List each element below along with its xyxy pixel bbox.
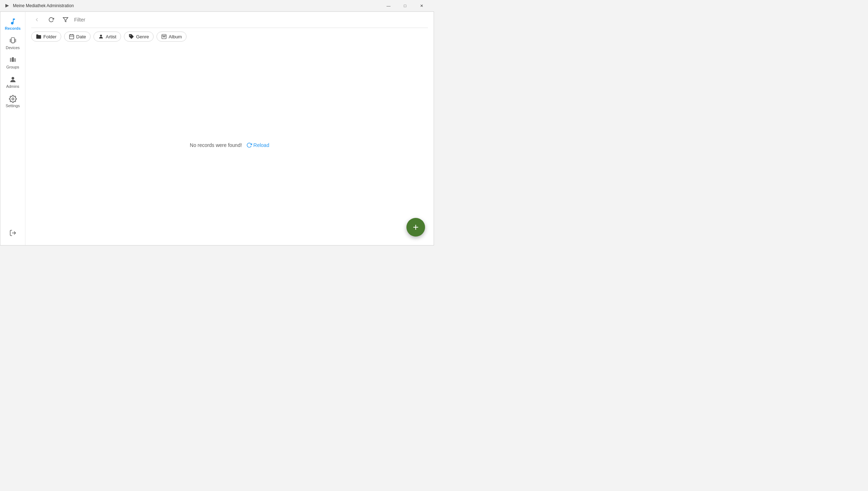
artist-icon (98, 34, 104, 39)
calendar-icon (69, 34, 74, 39)
sidebar-label-groups: Groups (6, 65, 19, 69)
chip-date[interactable]: Date (64, 32, 91, 42)
sidebar-label-settings: Settings (6, 104, 20, 108)
svg-rect-1 (11, 38, 14, 43)
reload-label: Reload (254, 142, 269, 148)
svg-rect-3 (9, 39, 11, 42)
person-icon (9, 76, 17, 84)
empty-state: No records were found! Reload (190, 142, 269, 148)
main-content: Folder Date (25, 12, 434, 245)
sidebar-item-records[interactable]: Records (1, 15, 24, 33)
chip-genre[interactable]: Genre (124, 32, 154, 42)
sidebar-label-devices: Devices (6, 46, 20, 50)
groups-icon (9, 56, 17, 64)
folder-icon (36, 34, 42, 39)
refresh-button[interactable] (45, 14, 57, 25)
svg-rect-5 (10, 58, 11, 62)
titlebar: Meine Mediathek Administration — □ ✕ (0, 0, 434, 11)
album-icon (161, 34, 167, 39)
chip-date-label: Date (76, 34, 86, 39)
reload-button[interactable]: Reload (246, 142, 269, 148)
sidebar-item-groups[interactable]: Groups (1, 53, 24, 72)
tag-icon (129, 34, 134, 39)
filter-input[interactable] (74, 17, 428, 23)
maximize-button[interactable]: □ (397, 0, 413, 11)
chip-album-label: Album (169, 34, 182, 39)
sidebar-label-records: Records (5, 26, 20, 30)
svg-point-9 (12, 98, 14, 100)
svg-point-17 (130, 35, 131, 36)
app-icon (4, 3, 10, 9)
svg-rect-7 (14, 58, 16, 62)
sidebar-item-devices[interactable]: Devices (1, 34, 24, 53)
chip-artist-label: Artist (106, 34, 116, 39)
svg-marker-11 (63, 18, 68, 22)
svg-rect-12 (69, 35, 74, 39)
chip-album[interactable]: Album (156, 32, 187, 42)
sidebar-item-logout[interactable] (1, 227, 24, 240)
svg-rect-18 (162, 34, 166, 39)
sidebar-item-settings[interactable]: Settings (1, 92, 24, 111)
fab-button[interactable]: + (406, 218, 425, 237)
empty-message: No records were found! (190, 142, 242, 148)
filter-chips: Folder Date (25, 28, 434, 45)
chip-folder-label: Folder (43, 34, 57, 39)
music-icon (9, 18, 17, 25)
gear-icon (9, 95, 17, 103)
chip-artist[interactable]: Artist (93, 32, 121, 42)
svg-point-8 (11, 77, 14, 80)
svg-marker-0 (5, 4, 9, 8)
filter-button[interactable] (60, 14, 71, 25)
sidebar-label-admins: Admins (6, 84, 19, 89)
sidebar: Records Devices Groups (0, 12, 25, 245)
window-controls: — □ ✕ (380, 0, 430, 11)
svg-rect-4 (14, 39, 16, 42)
app-title: Meine Mediathek Administration (13, 3, 380, 8)
minimize-button[interactable]: — (380, 0, 397, 11)
svg-point-16 (100, 35, 102, 37)
toolbar (25, 12, 434, 28)
device-icon (9, 37, 17, 45)
svg-rect-6 (12, 57, 14, 62)
back-button[interactable] (31, 14, 43, 25)
logout-icon (9, 229, 16, 237)
close-button[interactable]: ✕ (413, 0, 430, 11)
chip-genre-label: Genre (136, 34, 149, 39)
app-window: Records Devices Groups (0, 11, 434, 245)
chip-folder[interactable]: Folder (31, 32, 61, 42)
content-area: No records were found! Reload + (25, 45, 434, 245)
sidebar-item-admins[interactable]: Admins (1, 73, 24, 91)
